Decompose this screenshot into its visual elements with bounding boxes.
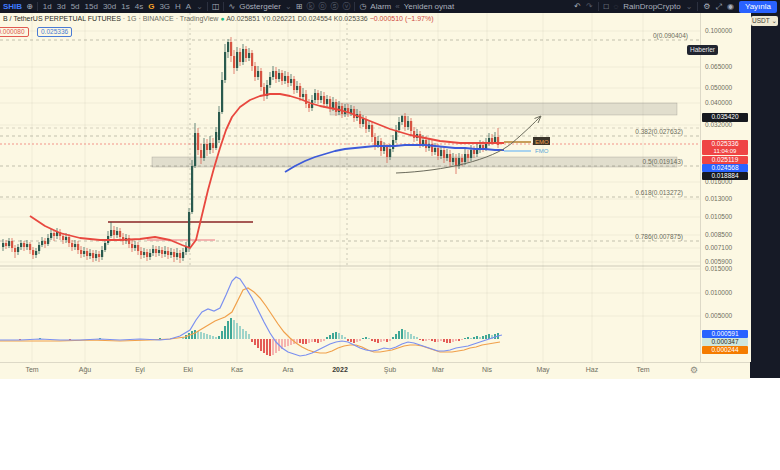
interval-H[interactable]: H	[174, 2, 182, 11]
publish-button[interactable]: Yayınla	[739, 1, 777, 13]
toolbar-divider	[354, 2, 355, 11]
circle-icon-4[interactable]: ⓥ	[342, 0, 350, 13]
price-badge: 0.018884	[702, 172, 748, 180]
price-axis[interactable]: 0.1000000.0650000.0500000.0400000.032000…	[700, 13, 751, 362]
price-badge: 0.000591	[702, 330, 748, 338]
chart-pane[interactable]: 0(0.090404)0.382(0.027632)0.5(0.019143)0…	[0, 13, 700, 362]
price-tick: 0.013000	[705, 195, 732, 202]
interval-A[interactable]: A	[185, 2, 192, 11]
svg-text:0.618(0.013272): 0.618(0.013272)	[635, 189, 683, 197]
circle-icon-1[interactable]: ⓚ	[306, 0, 314, 13]
toolbar-divider	[37, 2, 38, 11]
symbol-legend: B / TetherUS PERPETUAL FUTURES · 1G · BI…	[3, 15, 434, 22]
price-tick: 0.005900	[705, 258, 732, 265]
svg-text:EMO: EMO	[535, 139, 549, 145]
interval-group: 1d3d5d15d30d1s4sG3GHA	[42, 2, 192, 11]
account-caret-icon[interactable]: ⌄	[686, 0, 693, 13]
alarm-button[interactable]: Alarm	[370, 0, 391, 13]
price-tick: 0.005000	[705, 312, 732, 319]
news-tooltip: Haberler	[687, 45, 718, 55]
price-badge: 0.02533611:04:09	[702, 140, 748, 155]
circle-icon-2[interactable]: ⓞ	[318, 0, 326, 13]
svg-text:0(0.090404): 0(0.090404)	[653, 32, 688, 40]
time-tick: Eki	[183, 366, 193, 373]
price-tick: 0.100000	[705, 27, 732, 34]
indicators-icon: ∿	[228, 0, 235, 13]
time-tick: May	[536, 366, 549, 373]
indicator-value-row: 5 0.000080 0.025336	[0, 27, 72, 37]
time-axis[interactable]: ⚙ TemAğuEylEkiKasAra2022ŞubMarNisMayHazT…	[0, 362, 750, 379]
interval-1s[interactable]: 1s	[120, 2, 130, 11]
indicators-caret-icon[interactable]: ⌄	[285, 0, 292, 13]
interval-30d[interactable]: 30d	[102, 2, 117, 11]
right-sidebar-strip[interactable]	[750, 13, 780, 378]
price-badge: 0.024568	[702, 164, 748, 172]
settings-gear-icon[interactable]: ⚙	[703, 0, 710, 13]
redo-icon[interactable]: ↷	[586, 0, 593, 13]
price-badge: 0.035420	[702, 113, 748, 122]
time-tick: Tem	[636, 366, 649, 373]
svg-text:0.5(0.019143): 0.5(0.019143)	[643, 158, 683, 166]
indicators-button[interactable]: Göstergeler	[239, 0, 281, 13]
fullscreen-icon[interactable]: ⤢	[716, 0, 722, 13]
interval-4s[interactable]: 4s	[134, 2, 144, 11]
tradingview-window: SHIB ⊕ 1d3d5d15d30d1s4sG3GHA ⌄ ◫ ∿ Göste…	[0, 0, 780, 470]
price-tick: 0.015000	[705, 265, 732, 272]
replay-button[interactable]: Yeniden oynat	[404, 0, 454, 13]
price-tick: 0.008500	[705, 231, 732, 238]
indicator-chip-red[interactable]: 5 0.000080	[0, 27, 29, 37]
price-badge: 0.000347	[702, 338, 748, 346]
toolbar-right: ↶ ↷ □ ◌ RainDropCrypto ⌄ ⚙ ⤢ ◉ Yayınla	[574, 0, 777, 13]
svg-text:0.382(0.027632): 0.382(0.027632)	[635, 128, 683, 136]
time-tick: Tem	[25, 366, 38, 373]
account-avatar-icon: ◌	[614, 0, 619, 13]
market-status-icon: ●	[220, 15, 224, 22]
time-tick: Nis	[482, 366, 492, 373]
price-tick: 0.007100	[705, 244, 732, 251]
price-badge: 0.025119	[702, 156, 748, 164]
currency-unit-button[interactable]: USDT ⌄	[751, 16, 778, 26]
time-tick: Şub	[384, 366, 396, 373]
legend-ohlc: A0.025851 Y0.026221 D0.024554 K0.025336	[226, 15, 368, 22]
alarm-clock-icon: ◷	[359, 0, 366, 13]
price-tick: 0.010000	[705, 289, 732, 296]
time-axis-gear-icon[interactable]: ⚙	[690, 365, 698, 375]
time-tick: Ara	[283, 366, 294, 373]
time-tick: Eyl	[135, 366, 145, 373]
interval-15d[interactable]: 15d	[84, 2, 99, 11]
top-toolbar: SHIB ⊕ 1d3d5d15d30d1s4sG3GHA ⌄ ◫ ∿ Göste…	[0, 0, 780, 13]
circle-icon-3[interactable]: ⓢ	[330, 0, 338, 13]
toolbar-divider	[207, 2, 208, 11]
empty-page-area	[0, 378, 780, 470]
price-tick: 0.040000	[705, 99, 732, 106]
interval-5d[interactable]: 5d	[70, 2, 81, 11]
toolbar-divider	[697, 2, 698, 11]
layout-select-icon[interactable]: □	[604, 0, 609, 13]
time-tick: 2022	[332, 366, 348, 373]
interval-G[interactable]: G	[147, 2, 155, 11]
time-tick: Haz	[586, 366, 598, 373]
undo-icon[interactable]: ↶	[574, 0, 581, 13]
compare-icon[interactable]: ⊕	[26, 0, 33, 13]
price-badge: 0.000244	[702, 346, 748, 354]
interval-3G[interactable]: 3G	[158, 2, 171, 11]
time-tick: Kas	[231, 366, 243, 373]
replay-icon: «	[395, 0, 399, 13]
symbol-button[interactable]: SHIB	[3, 0, 22, 13]
layout-grid-icon[interactable]: ⊞	[296, 0, 303, 13]
price-tick: 0.010500	[705, 213, 732, 220]
chart-style-icon[interactable]: ◫	[212, 0, 220, 13]
indicator-chip-blue[interactable]: 0.025336	[37, 27, 72, 37]
interval-1d[interactable]: 1d	[42, 2, 53, 11]
price-tick: 0.050000	[705, 84, 732, 91]
account-menu[interactable]: RainDropCrypto	[623, 0, 680, 13]
toolbar-divider	[598, 2, 599, 11]
legend-title[interactable]: B / TetherUS PERPETUAL FUTURES	[3, 15, 121, 22]
interval-caret-icon[interactable]: ⌄	[196, 0, 203, 13]
snapshot-camera-icon[interactable]: ◉	[727, 0, 734, 13]
interval-3d[interactable]: 3d	[56, 2, 67, 11]
toolbar-divider	[223, 2, 224, 11]
time-tick: Ağu	[79, 366, 91, 373]
time-tick: Mar	[432, 366, 444, 373]
legend-change: −0.000510 (−1.97%)	[370, 15, 434, 22]
